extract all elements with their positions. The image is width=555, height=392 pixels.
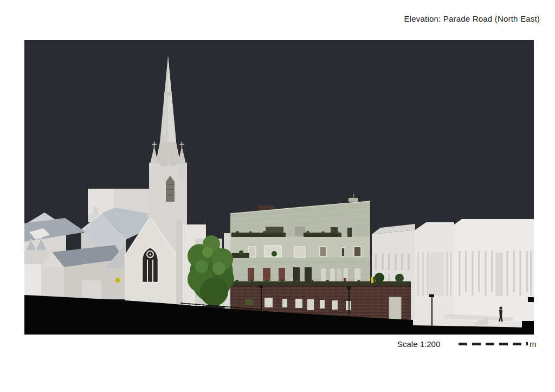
scale-bar-dash (499, 343, 508, 345)
scale-bar-dashes (459, 343, 521, 345)
scale-bar-dash (486, 343, 494, 345)
mid-floor-windows (248, 246, 361, 258)
gothic-window (142, 247, 158, 282)
scale-bar-tick (526, 342, 528, 345)
scale-bar: m (459, 339, 537, 348)
entrance-door (389, 297, 401, 319)
scale-bar-dash (459, 343, 467, 345)
scale-unit-label: m (530, 339, 537, 349)
drawing-sheet: Elevation: Parade Road (North East) (0, 0, 555, 392)
scale-label: Scale 1:200 (397, 339, 440, 349)
yellow-plant (371, 277, 373, 283)
elevation-render (24, 40, 534, 335)
scale-bar-dash (513, 343, 521, 345)
chimney (93, 207, 98, 214)
scale-bar-dash (472, 343, 481, 345)
drawing-title: Elevation: Parade Road (North East) (404, 14, 540, 23)
